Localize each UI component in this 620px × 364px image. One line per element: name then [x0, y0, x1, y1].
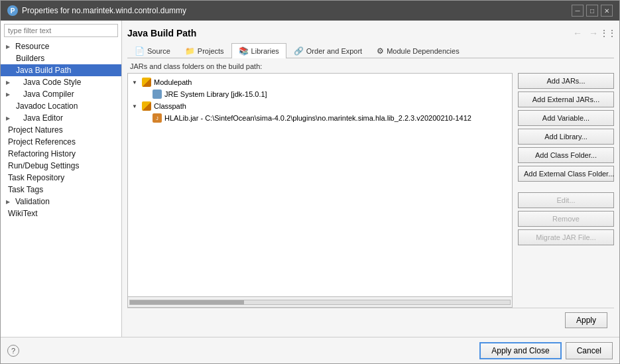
button-spacer-6	[518, 184, 614, 190]
toggle-arrow-modulepath: ▼	[132, 80, 141, 86]
nav-toolbar: Java Build Path ← → ⋮⋮	[127, 26, 614, 40]
sidebar-item-task-tags[interactable]: Task Tags	[1, 184, 121, 196]
projects-tab-label: Projects	[198, 47, 224, 55]
section-title: Java Build Path	[127, 28, 569, 38]
node-icon-hlalib-jar: J	[152, 113, 162, 123]
apply-close-button[interactable]: Apply and Close	[479, 342, 561, 359]
order-export-tab-icon: 🔗	[294, 46, 304, 56]
sidebar-item-run-debug-settings[interactable]: Run/Debug Settings	[1, 160, 121, 172]
tab-projects[interactable]: 📁Projects	[178, 43, 231, 58]
menu-button[interactable]: ⋮⋮	[602, 26, 614, 40]
edit-button: Edit...	[518, 192, 614, 208]
add-library-button[interactable]: Add Library...	[518, 129, 614, 145]
footer: ? Apply and Close Cancel	[1, 337, 619, 363]
sidebar-item-java-build-path[interactable]: Java Build Path	[1, 64, 121, 76]
source-tab-icon: 📄	[135, 46, 145, 56]
add-external-class-folder-button[interactable]: Add External Class Folder...	[518, 166, 614, 182]
sidebar-item-resource[interactable]: Resource	[1, 40, 121, 52]
sidebar-item-project-references[interactable]: Project References	[1, 136, 121, 148]
sidebar-tree: ResourceBuildersJava Build PathJava Code…	[1, 40, 121, 337]
minimize-button[interactable]: ─	[572, 5, 584, 17]
sidebar: ResourceBuildersJava Build PathJava Code…	[1, 21, 122, 337]
node-icon-jre-system-library	[152, 90, 162, 99]
module-dependencies-tab-label: Module Dependencies	[387, 47, 459, 55]
source-tab-label: Source	[147, 47, 170, 55]
sidebar-item-validation[interactable]: Validation	[1, 196, 121, 208]
title-bar-left: P Properties for no.marintek.wind.contro…	[7, 5, 186, 16]
close-button[interactable]: ✕	[601, 5, 613, 17]
properties-dialog: P Properties for no.marintek.wind.contro…	[0, 0, 620, 364]
tree-node-hlalib-jar[interactable]: JHLALib.jar - C:\SintefOcean\sima-4.0.2\…	[131, 112, 509, 124]
apply-button[interactable]: Apply	[565, 312, 607, 328]
content-area: ▼Modulepath JRE System Library [jdk-15.0…	[127, 73, 614, 308]
path-label: JARs and class folders on the build path…	[127, 61, 614, 72]
help-button[interactable]: ?	[7, 345, 19, 357]
scroll-thumb	[130, 300, 244, 304]
tab-order-export[interactable]: 🔗Order and Export	[286, 43, 369, 58]
migrate-jar-button: Migrate JAR File...	[518, 229, 614, 245]
libraries-tab-label: Libraries	[251, 47, 279, 55]
dialog-icon: P	[7, 5, 18, 16]
cancel-button[interactable]: Cancel	[566, 342, 613, 359]
build-tree: ▼Modulepath JRE System Library [jdk-15.0…	[128, 74, 512, 296]
title-bar-controls: ─ □ ✕	[572, 5, 613, 17]
tree-node-jre-system-library[interactable]: JRE System Library [jdk-15.0.1]	[131, 88, 509, 100]
order-export-tab-label: Order and Export	[306, 47, 362, 55]
add-variable-button[interactable]: Add Variable...	[518, 110, 614, 126]
tree-node-modulepath[interactable]: ▼Modulepath	[131, 76, 509, 88]
sidebar-item-java-compiler[interactable]: Java Compiler	[1, 88, 121, 100]
tree-node-classpath[interactable]: ▼Classpath	[131, 100, 509, 112]
sidebar-item-java-editor[interactable]: Java Editor	[1, 112, 121, 124]
sidebar-item-refactoring-history[interactable]: Refactoring History	[1, 148, 121, 160]
dialog-body: ResourceBuildersJava Build PathJava Code…	[1, 21, 619, 337]
add-jars-button[interactable]: Add JARs...	[518, 73, 614, 89]
sidebar-item-builders[interactable]: Builders	[1, 52, 121, 64]
title-bar: P Properties for no.marintek.wind.contro…	[1, 1, 619, 21]
sidebar-item-project-natures[interactable]: Project Natures	[1, 124, 121, 136]
node-label-jre-system-library: JRE System Library [jdk-15.0.1]	[164, 90, 267, 98]
tab-module-dependencies[interactable]: ⚙Module Dependencies	[369, 43, 466, 58]
libraries-tab-icon: 📚	[239, 46, 249, 56]
node-label-hlalib-jar: HLALib.jar - C:\SintefOcean\sima-4.0.2\p…	[164, 114, 471, 122]
tab-libraries[interactable]: 📚Libraries	[231, 43, 286, 58]
node-icon-classpath	[141, 101, 152, 111]
node-icon-modulepath	[141, 78, 152, 87]
tree-panel: ▼Modulepath JRE System Library [jdk-15.0…	[127, 73, 513, 308]
toggle-arrow-classpath: ▼	[132, 103, 141, 109]
node-label-modulepath: Modulepath	[154, 78, 192, 86]
bottom-bar: Apply	[127, 308, 614, 332]
module-dependencies-tab-icon: ⚙	[377, 46, 384, 56]
footer-buttons: Apply and Close Cancel	[479, 342, 613, 359]
tab-source[interactable]: 📄Source	[127, 43, 178, 58]
add-external-jars-button[interactable]: Add External JARs...	[518, 91, 614, 107]
sidebar-item-wikitext[interactable]: WikiText	[1, 208, 121, 219]
back-button[interactable]: ←	[570, 26, 585, 40]
sidebar-item-task-repository[interactable]: Task Repository	[1, 172, 121, 184]
tabs-bar: 📄Source📁Projects📚Libraries🔗Order and Exp…	[127, 43, 614, 58]
sidebar-item-javadoc-location[interactable]: Javadoc Location	[1, 100, 121, 112]
sidebar-item-java-code-style[interactable]: Java Code Style	[1, 76, 121, 88]
maximize-button[interactable]: □	[586, 5, 598, 17]
remove-button: Remove	[518, 211, 614, 227]
scroll-area	[128, 296, 512, 307]
main-content: Java Build Path ← → ⋮⋮ 📄Source📁Projects📚…	[122, 21, 619, 337]
buttons-panel: Add JARs...Add External JARs...Add Varia…	[518, 73, 614, 308]
dialog-title: Properties for no.marintek.wind.control.…	[22, 6, 186, 15]
forward-button[interactable]: →	[586, 26, 601, 40]
filter-input[interactable]	[4, 24, 118, 37]
scroll-track[interactable]	[129, 300, 511, 305]
projects-tab-icon: 📁	[185, 46, 195, 56]
node-label-classpath: Classpath	[154, 102, 186, 110]
add-class-folder-button[interactable]: Add Class Folder...	[518, 147, 614, 163]
